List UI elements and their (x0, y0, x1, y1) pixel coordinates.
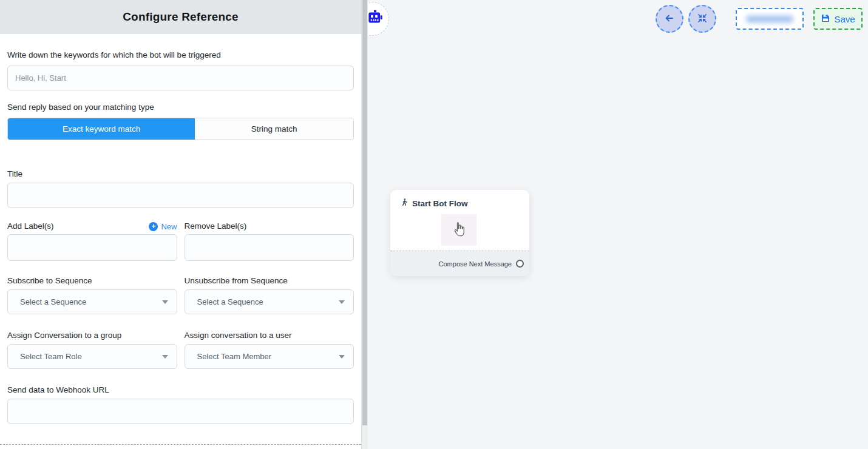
walking-person-icon (400, 198, 409, 209)
save-button-label: Save (834, 14, 855, 24)
node-footer: Compose Next Message (390, 251, 529, 276)
scrollbar-thumb[interactable] (362, 0, 367, 425)
add-labels-input[interactable] (7, 234, 177, 261)
remove-label-label: Remove Label(s) (185, 221, 247, 232)
tab-exact-keyword-match[interactable]: Exact keyword match (8, 118, 195, 140)
compress-icon (697, 13, 708, 25)
plus-icon: + (149, 222, 158, 231)
connector-handle[interactable] (516, 260, 524, 268)
caret-down-icon (339, 300, 345, 304)
sequence-row: Subscribe to Sequence Select a Sequence … (7, 275, 354, 314)
node-title: Start Bot Flow (412, 199, 468, 208)
panel-bottom-divider (0, 444, 361, 445)
matching-type-toggle: Exact keyword match String match (7, 118, 354, 140)
blurred-label (746, 16, 793, 22)
team-member-value: Select Team Member (197, 352, 272, 361)
compose-next-message-label: Compose Next Message (439, 260, 512, 268)
unsubscribe-sequence-label: Unsubscribe from Sequence (185, 275, 354, 286)
assign-group-label: Assign Conversation to a group (7, 330, 177, 341)
flow-canvas[interactable]: Save Start Bot Flow (362, 0, 868, 449)
subscribe-sequence-select[interactable]: Select a Sequence (7, 289, 177, 314)
keywords-label: Write down the keywords for which the bo… (7, 50, 354, 61)
webhook-label: Send data to Webhook URL (7, 385, 354, 396)
unsubscribe-sequence-select[interactable]: Select a Sequence (185, 289, 354, 314)
caret-down-icon (339, 355, 345, 359)
blurred-action-button[interactable] (736, 8, 804, 30)
add-label-label: Add Label(s) (7, 221, 54, 232)
panel-title: Configure Reference (123, 10, 239, 24)
assign-user-label: Assign conversation to a user (185, 330, 354, 341)
fit-view-button[interactable] (688, 5, 716, 33)
caret-down-icon (162, 355, 168, 359)
team-role-value: Select Team Role (20, 352, 82, 361)
title-label: Title (7, 169, 354, 180)
new-label-link[interactable]: + New (149, 222, 177, 231)
new-label-link-text: New (161, 222, 177, 231)
team-member-select[interactable]: Select Team Member (185, 344, 354, 369)
save-icon (821, 13, 830, 25)
configure-reference-panel: Configure Reference Write down the keywo… (0, 0, 362, 449)
unsubscribe-sequence-value: Select a Sequence (197, 297, 263, 306)
title-input[interactable] (7, 183, 354, 208)
hand-cursor (441, 214, 476, 246)
back-arrow-icon (663, 12, 676, 26)
remove-labels-input[interactable] (185, 234, 354, 261)
panel-header: Configure Reference (0, 0, 361, 34)
matching-type-label: Send reply based on your matching type (7, 102, 354, 113)
panel-body: Write down the keywords for which the bo… (0, 50, 361, 424)
team-role-select[interactable]: Select Team Role (7, 344, 177, 369)
node-header: Start Bot Flow (390, 190, 529, 209)
subscribe-sequence-label: Subscribe to Sequence (7, 275, 177, 286)
bot-flow-builder-app: Save Start Bot Flow (0, 0, 868, 449)
webhook-input[interactable] (7, 399, 354, 424)
panel-scrollbar[interactable] (362, 0, 368, 449)
subscribe-sequence-value: Select a Sequence (20, 297, 86, 306)
keywords-input[interactable] (7, 66, 354, 90)
assign-row: Assign Conversation to a group Select Te… (7, 330, 354, 369)
start-bot-flow-node[interactable]: Start Bot Flow Compose Next Message (390, 190, 529, 276)
labels-row: Add Label(s) + New Remove Label(s) (7, 221, 354, 261)
caret-down-icon (162, 300, 168, 304)
tab-string-match[interactable]: String match (195, 118, 353, 140)
save-button[interactable]: Save (813, 8, 863, 30)
back-button[interactable] (656, 5, 683, 33)
